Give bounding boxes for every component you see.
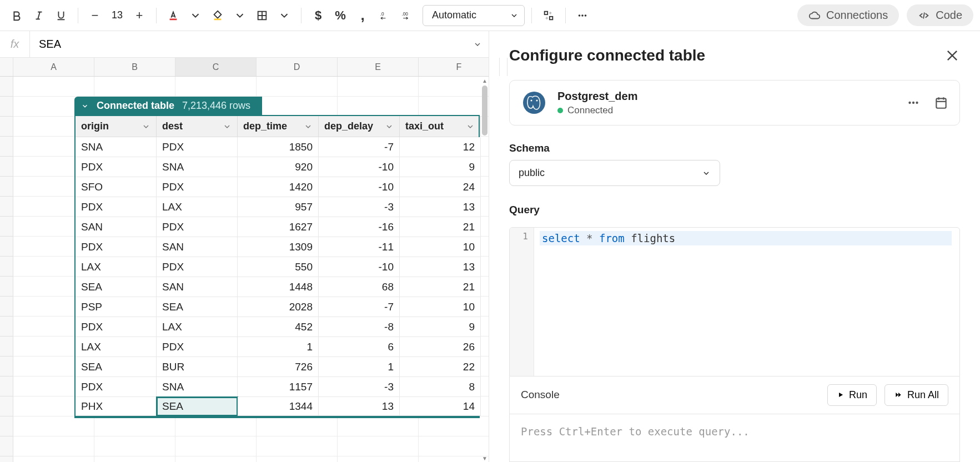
ct-col-header[interactable]: dep_time (238, 116, 319, 137)
row-header[interactable] (0, 97, 13, 117)
row-header[interactable] (0, 237, 13, 257)
table-cell[interactable]: PDX (76, 377, 157, 397)
col-header-B[interactable]: B (94, 58, 175, 76)
formula-input[interactable] (30, 31, 466, 57)
table-cell[interactable]: 8 (400, 377, 481, 397)
increase-decimal-button[interactable]: .00 (397, 6, 417, 26)
row-header[interactable] (0, 277, 13, 297)
table-cell[interactable]: -3 (319, 377, 400, 397)
row-header[interactable] (0, 117, 13, 137)
table-cell[interactable]: PDX (157, 137, 238, 157)
cell[interactable] (175, 77, 257, 97)
row-header[interactable] (0, 297, 13, 317)
row-header[interactable] (0, 157, 13, 177)
table-cell[interactable]: -10 (319, 257, 400, 277)
table-cell[interactable]: -16 (319, 217, 400, 237)
table-cell[interactable]: PDX (76, 157, 157, 177)
cell[interactable] (257, 436, 338, 456)
run-all-button[interactable]: Run All (884, 384, 948, 406)
schema-select[interactable]: public (509, 160, 720, 186)
cell[interactable] (338, 456, 419, 462)
cell[interactable] (94, 456, 175, 462)
table-cell[interactable]: PDX (157, 177, 238, 197)
table-cell[interactable]: SNA (157, 377, 238, 397)
text-color-button[interactable] (163, 6, 183, 26)
chevron-down-icon[interactable] (142, 122, 150, 131)
table-cell[interactable]: 957 (238, 197, 319, 217)
table-cell[interactable]: PDX (157, 257, 238, 277)
row-header[interactable] (0, 396, 13, 416)
table-cell[interactable]: SNA (157, 157, 238, 177)
cell[interactable] (419, 416, 489, 436)
fill-color-button[interactable] (208, 6, 228, 26)
underline-button[interactable] (51, 6, 71, 26)
cell[interactable] (175, 456, 257, 462)
table-cell[interactable]: 726 (238, 357, 319, 377)
row-header[interactable] (0, 77, 13, 97)
table-cell[interactable]: 21 (400, 277, 481, 297)
table-cell[interactable]: 13 (319, 397, 400, 416)
comma-format-button[interactable]: , (353, 6, 373, 26)
table-cell[interactable]: 1448 (238, 277, 319, 297)
cell[interactable] (13, 77, 94, 97)
table-cell[interactable]: 13 (400, 197, 481, 217)
table-cell[interactable]: 9 (400, 317, 481, 337)
table-cell[interactable]: LAX (157, 317, 238, 337)
cell[interactable] (94, 77, 175, 97)
cell[interactable] (175, 416, 257, 436)
table-cell[interactable]: 1309 (238, 237, 319, 257)
table-cell[interactable]: 1 (238, 337, 319, 357)
formula-expand-button[interactable] (466, 40, 489, 49)
borders-button[interactable] (252, 6, 272, 26)
table-cell[interactable]: PHX (76, 397, 157, 416)
table-cell[interactable]: 10 (400, 297, 481, 317)
cell[interactable] (13, 416, 94, 436)
row-header[interactable] (0, 217, 13, 237)
table-cell[interactable]: -8 (319, 317, 400, 337)
table-cell[interactable]: 13 (400, 257, 481, 277)
row-header[interactable] (0, 456, 13, 462)
col-header-F[interactable]: F (419, 58, 500, 76)
italic-button[interactable] (29, 6, 49, 26)
query-editor[interactable]: 1 select * from flights (509, 227, 960, 376)
table-cell[interactable]: 14 (400, 397, 481, 416)
table-cell[interactable]: -7 (319, 297, 400, 317)
more-button[interactable] (572, 6, 592, 26)
font-size-increase-button[interactable]: + (129, 6, 149, 26)
connected-table-header[interactable]: Connected table 7,213,446 rows (74, 97, 262, 115)
cell[interactable] (419, 436, 489, 456)
table-cell[interactable]: BUR (157, 357, 238, 377)
table-cell[interactable]: -10 (319, 157, 400, 177)
table-cell[interactable]: PDX (157, 217, 238, 237)
borders-dropdown-button[interactable] (274, 6, 294, 26)
table-cell[interactable]: LAX (76, 257, 157, 277)
table-cell[interactable]: 1344 (238, 397, 319, 416)
table-cell[interactable]: -11 (319, 237, 400, 257)
table-cell[interactable]: SEA (157, 297, 238, 317)
currency-format-button[interactable]: $ (308, 6, 328, 26)
col-header-C[interactable]: C (175, 58, 257, 76)
table-cell[interactable]: PDX (76, 197, 157, 217)
cell[interactable] (13, 436, 94, 456)
cell[interactable] (94, 416, 175, 436)
table-cell[interactable]: PSP (76, 297, 157, 317)
table-cell[interactable]: 920 (238, 157, 319, 177)
connections-button[interactable]: Connections (797, 4, 899, 26)
text-color-dropdown-button[interactable] (185, 6, 205, 26)
font-size-decrease-button[interactable]: − (85, 6, 105, 26)
table-cell[interactable]: -7 (319, 137, 400, 157)
scroll-up-icon[interactable]: ▲ (481, 77, 489, 84)
cell[interactable] (338, 436, 419, 456)
connection-more-icon[interactable] (906, 96, 921, 110)
number-format-select[interactable]: Automatic (423, 5, 525, 26)
run-button[interactable]: Run (827, 384, 877, 406)
table-cell[interactable]: -10 (319, 177, 400, 197)
table-cell[interactable]: 2028 (238, 297, 319, 317)
table-cell[interactable]: 9 (400, 157, 481, 177)
row-header[interactable] (0, 317, 13, 337)
ct-col-header[interactable]: dest (157, 116, 238, 137)
row-header[interactable] (0, 257, 13, 277)
table-cell[interactable]: PDX (157, 337, 238, 357)
row-header[interactable] (0, 197, 13, 217)
decrease-decimal-button[interactable]: .0 (375, 6, 395, 26)
